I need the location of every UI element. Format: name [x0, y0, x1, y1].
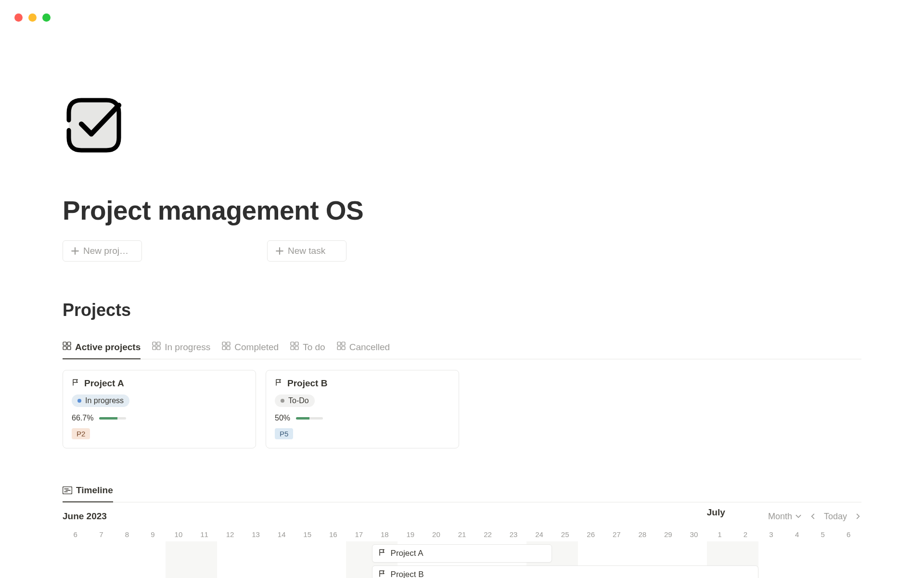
priority-tag: P2: [72, 428, 90, 439]
plus-icon: [71, 247, 79, 255]
svg-rect-0: [69, 100, 119, 150]
timeline-month-primary: June 2023: [63, 511, 107, 522]
svg-rect-1: [63, 342, 66, 345]
gantt-bar-label: Project B: [391, 570, 424, 578]
board-icon: [152, 342, 161, 353]
day-header-cell: 15: [295, 527, 321, 541]
day-header-cell: 12: [217, 527, 243, 541]
day-header-cell: 22: [475, 527, 501, 541]
svg-rect-5: [153, 342, 156, 345]
timeline-next-button[interactable]: [855, 513, 861, 520]
day-header-cell: 8: [114, 527, 140, 541]
status-label: In progress: [85, 396, 124, 405]
timeline-range-selector[interactable]: Month: [768, 512, 802, 522]
projects-heading[interactable]: Projects: [63, 300, 861, 320]
svg-rect-19: [337, 346, 341, 350]
day-header-cell: 25: [552, 527, 578, 541]
flag-icon: [378, 549, 386, 559]
svg-rect-12: [227, 346, 230, 350]
flag-icon: [275, 378, 282, 389]
tab-cancelled[interactable]: Cancelled: [337, 337, 390, 359]
tab-label: In progress: [165, 342, 210, 353]
day-header-cell: 13: [243, 527, 269, 541]
timeline-day-header: 6789101112131415161718192021222324252627…: [63, 527, 861, 541]
plus-icon: [275, 247, 284, 255]
day-header-cell: 18: [372, 527, 398, 541]
day-header-cell: 6: [63, 527, 89, 541]
new-project-button[interactable]: New proj…: [63, 240, 142, 262]
chevron-down-icon: [795, 513, 802, 520]
project-cards-row: Project AIn progress66.7%P2Project BTo-D…: [63, 370, 861, 448]
gantt-bar-label: Project A: [391, 549, 424, 558]
chevron-left-icon: [809, 513, 816, 520]
tab-label: Completed: [234, 342, 279, 353]
svg-rect-8: [157, 346, 160, 350]
minimize-window-button[interactable]: [28, 13, 37, 22]
day-header-cell: 27: [603, 527, 629, 541]
board-icon: [290, 342, 299, 353]
svg-rect-9: [222, 342, 226, 345]
timeline-view-tabs: Timeline: [63, 480, 861, 502]
day-header-cell: 6: [835, 527, 861, 541]
day-header-cell: 4: [784, 527, 810, 541]
svg-rect-14: [295, 342, 298, 345]
priority-tag: P5: [275, 428, 293, 439]
project-title: Project B: [287, 378, 327, 389]
projects-view-tabs: Active projectsIn progressCompletedTo do…: [63, 337, 861, 359]
svg-rect-18: [342, 342, 345, 345]
day-header-cell: 10: [166, 527, 192, 541]
timeline-today-button[interactable]: Today: [824, 512, 847, 522]
svg-rect-17: [337, 342, 341, 345]
svg-rect-11: [222, 346, 226, 350]
tab-in-progress[interactable]: In progress: [152, 337, 210, 359]
day-header-cell: 3: [758, 527, 784, 541]
progress-row: 66.7%: [72, 414, 247, 422]
svg-rect-10: [227, 342, 230, 345]
new-project-label: New proj…: [83, 246, 128, 256]
project-card[interactable]: Project BTo-Do50%P5: [266, 370, 459, 448]
svg-rect-2: [67, 342, 71, 345]
progress-percent: 50%: [275, 414, 290, 422]
gantt-bar[interactable]: Project A: [372, 544, 552, 563]
status-pill: In progress: [72, 394, 129, 407]
day-header-cell: 17: [346, 527, 372, 541]
svg-rect-20: [342, 346, 345, 350]
project-title: Project A: [84, 378, 124, 389]
page-title[interactable]: Project management OS: [63, 195, 861, 226]
project-card[interactable]: Project AIn progress66.7%P2: [63, 370, 256, 448]
flag-icon: [72, 378, 79, 389]
day-header-cell: 14: [269, 527, 295, 541]
timeline-grid: July 67891011121314151617181920212223242…: [63, 527, 861, 578]
close-window-button[interactable]: [14, 13, 23, 22]
timeline-prev-button[interactable]: [809, 513, 816, 520]
board-icon: [222, 342, 231, 353]
tab-timeline[interactable]: Timeline: [63, 480, 113, 502]
tab-to-do[interactable]: To do: [290, 337, 325, 359]
svg-rect-7: [153, 346, 156, 350]
weekend-stripe: [166, 541, 217, 578]
flag-icon: [378, 570, 386, 578]
new-task-button[interactable]: New task: [267, 240, 346, 262]
day-header-cell: 29: [655, 527, 681, 541]
svg-rect-3: [63, 346, 66, 350]
tab-label: Cancelled: [349, 342, 390, 353]
day-header-cell: 11: [192, 527, 218, 541]
progress-bar: [296, 417, 323, 420]
day-header-cell: 28: [629, 527, 655, 541]
svg-rect-16: [295, 346, 298, 350]
gantt-bar[interactable]: Project B: [372, 565, 758, 578]
day-header-cell: 26: [578, 527, 604, 541]
maximize-window-button[interactable]: [42, 13, 51, 22]
status-label: To-Do: [288, 396, 309, 405]
progress-percent: 66.7%: [72, 414, 93, 422]
tab-completed[interactable]: Completed: [222, 337, 279, 359]
svg-rect-6: [157, 342, 160, 345]
tab-active-projects[interactable]: Active projects: [63, 337, 141, 359]
timeline-icon: [63, 486, 72, 494]
timeline-tab-label: Timeline: [76, 485, 113, 496]
timeline-gantt-area[interactable]: Project AProject B: [63, 541, 861, 578]
day-header-cell: 5: [810, 527, 836, 541]
page-icon[interactable]: [63, 94, 861, 157]
chevron-right-icon: [855, 513, 861, 520]
day-header-cell: 2: [732, 527, 758, 541]
